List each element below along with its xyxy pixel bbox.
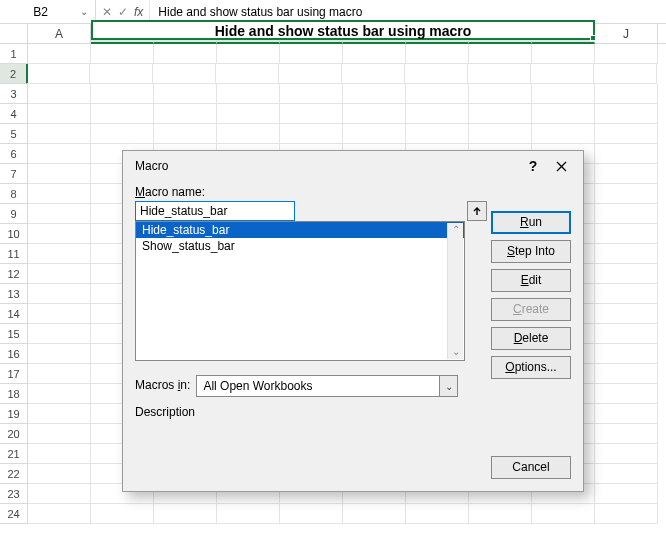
cell[interactable] <box>280 44 343 64</box>
cell[interactable] <box>28 84 91 104</box>
cell[interactable] <box>595 284 658 304</box>
cell[interactable] <box>595 244 658 264</box>
row-head[interactable]: 19 <box>0 404 28 424</box>
row-head[interactable]: 5 <box>0 124 28 144</box>
cell[interactable] <box>595 444 658 464</box>
row-head[interactable]: 6 <box>0 144 28 164</box>
dialog-titlebar[interactable]: Macro ? <box>123 151 583 181</box>
cell[interactable] <box>595 264 658 284</box>
delete-button[interactable]: Delete <box>491 327 571 350</box>
cell[interactable] <box>280 504 343 524</box>
cell[interactable] <box>595 164 658 184</box>
row-head[interactable]: 2 <box>0 64 28 84</box>
cell[interactable] <box>28 464 91 484</box>
row-head[interactable]: 20 <box>0 424 28 444</box>
cell[interactable] <box>532 44 595 64</box>
row-head[interactable]: 3 <box>0 84 28 104</box>
cell[interactable] <box>469 84 532 104</box>
cell[interactable] <box>532 84 595 104</box>
row-head[interactable]: 15 <box>0 324 28 344</box>
cell[interactable] <box>28 164 91 184</box>
cell[interactable] <box>91 504 154 524</box>
cancel-button[interactable]: Cancel <box>491 456 571 479</box>
macros-in-select[interactable]: All Open Workbooks ⌄ <box>196 375 458 397</box>
scrollbar[interactable]: ⌃ ⌄ <box>447 223 463 359</box>
step-into-button[interactable]: Step Into <box>491 240 571 263</box>
cell[interactable] <box>406 84 469 104</box>
row-head[interactable]: 17 <box>0 364 28 384</box>
cell[interactable] <box>154 44 217 64</box>
cell[interactable] <box>28 104 91 124</box>
cell[interactable] <box>28 324 91 344</box>
cell[interactable] <box>406 44 469 64</box>
chevron-down-icon[interactable]: ⌄ <box>440 375 458 397</box>
cell[interactable] <box>468 64 531 84</box>
cell[interactable] <box>28 344 91 364</box>
cell[interactable] <box>90 64 153 84</box>
cell[interactable] <box>154 124 217 144</box>
cell[interactable] <box>595 184 658 204</box>
close-icon[interactable] <box>547 154 575 178</box>
macro-list[interactable]: Hide_status_bar Show_status_bar ⌃ ⌄ <box>135 221 465 361</box>
list-item[interactable]: Hide_status_bar <box>136 222 464 238</box>
cell[interactable] <box>595 384 658 404</box>
cell[interactable] <box>28 124 91 144</box>
cell[interactable] <box>28 424 91 444</box>
list-item[interactable]: Show_status_bar <box>136 238 464 254</box>
row-head[interactable]: 7 <box>0 164 28 184</box>
cell[interactable] <box>91 124 154 144</box>
cell[interactable] <box>28 284 91 304</box>
col-head[interactable]: A <box>28 24 91 43</box>
row-head[interactable]: 9 <box>0 204 28 224</box>
cell[interactable] <box>343 44 406 64</box>
cell[interactable] <box>279 64 342 84</box>
cell[interactable] <box>595 204 658 224</box>
row-head[interactable]: 14 <box>0 304 28 324</box>
cell[interactable] <box>595 344 658 364</box>
cell[interactable] <box>406 124 469 144</box>
cell[interactable] <box>154 104 217 124</box>
cell[interactable] <box>216 64 279 84</box>
cell[interactable] <box>595 424 658 444</box>
cell[interactable] <box>406 104 469 124</box>
row-head[interactable]: 23 <box>0 484 28 504</box>
row-head[interactable]: 22 <box>0 464 28 484</box>
cell[interactable] <box>91 44 154 64</box>
cell[interactable] <box>217 124 280 144</box>
name-box[interactable]: B2 ⌄ <box>0 0 96 23</box>
cell[interactable] <box>343 104 406 124</box>
cell[interactable] <box>28 504 91 524</box>
cell[interactable] <box>469 44 532 64</box>
row-head[interactable]: 1 <box>0 44 28 64</box>
cell[interactable] <box>28 204 91 224</box>
cell[interactable] <box>595 84 658 104</box>
cell[interactable] <box>154 504 217 524</box>
cell[interactable] <box>595 364 658 384</box>
cell[interactable] <box>280 104 343 124</box>
cell[interactable] <box>153 64 216 84</box>
cell[interactable] <box>154 84 217 104</box>
cell[interactable] <box>343 504 406 524</box>
cell[interactable] <box>595 464 658 484</box>
cell[interactable] <box>531 64 594 84</box>
row-head[interactable]: 8 <box>0 184 28 204</box>
row-head[interactable]: 24 <box>0 504 28 524</box>
cell[interactable] <box>28 184 91 204</box>
cell[interactable] <box>217 104 280 124</box>
cell[interactable] <box>28 384 91 404</box>
selection-handle[interactable] <box>590 35 596 41</box>
cell[interactable] <box>595 144 658 164</box>
cell[interactable] <box>532 504 595 524</box>
cell[interactable] <box>595 124 658 144</box>
formula-input[interactable]: Hide and show status bar using macro <box>150 5 666 19</box>
row-head[interactable]: 4 <box>0 104 28 124</box>
cell[interactable] <box>28 224 91 244</box>
cell[interactable] <box>343 84 406 104</box>
row-head[interactable]: 21 <box>0 444 28 464</box>
cell[interactable] <box>343 124 406 144</box>
cell[interactable] <box>28 444 91 464</box>
enter-formula-icon[interactable]: ✓ <box>118 5 128 19</box>
cell[interactable] <box>469 504 532 524</box>
row-head[interactable]: 11 <box>0 244 28 264</box>
cancel-formula-icon[interactable]: ✕ <box>102 5 112 19</box>
